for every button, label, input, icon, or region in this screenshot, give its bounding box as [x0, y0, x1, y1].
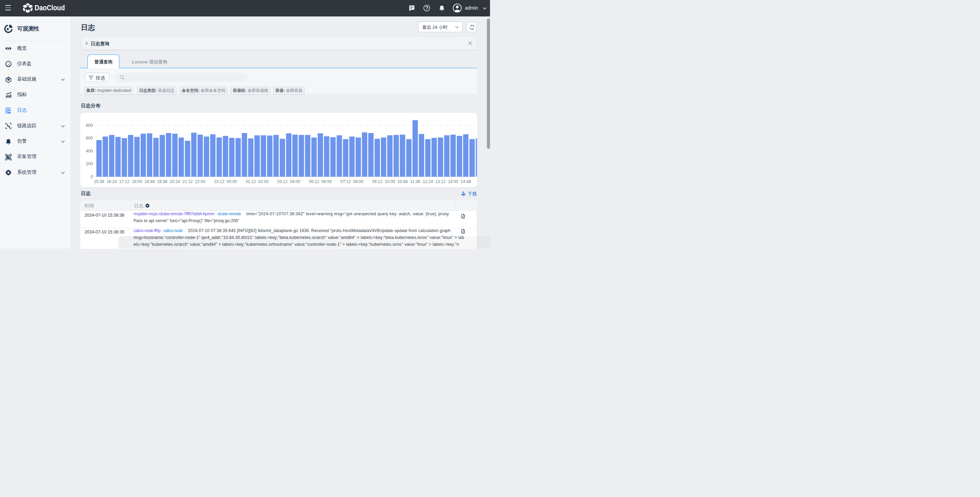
svg-text:06:00: 06:00	[321, 179, 332, 184]
svg-text:18:48: 18:48	[144, 179, 154, 184]
svg-text:14:48: 14:48	[460, 179, 471, 184]
svg-text:14:00: 14:00	[448, 179, 458, 184]
svg-text:05:12: 05:12	[309, 179, 319, 184]
svg-text:16:24: 16:24	[107, 179, 117, 184]
svg-text:400: 400	[86, 148, 93, 153]
svg-text:23:12: 23:12	[214, 179, 224, 184]
svg-text:07:12: 07:12	[340, 179, 351, 184]
svg-text:00:00: 00:00	[227, 179, 237, 184]
svg-text:600: 600	[86, 136, 93, 141]
svg-text:02:00: 02:00	[258, 179, 269, 184]
svg-text:18:00: 18:00	[132, 179, 142, 184]
svg-text:19:36: 19:36	[157, 179, 167, 184]
svg-text:0: 0	[91, 174, 93, 179]
svg-text:12:24: 12:24	[423, 179, 433, 184]
svg-text:17:12: 17:12	[119, 179, 130, 184]
svg-text:01:12: 01:12	[245, 179, 256, 184]
svg-text:22:00: 22:00	[195, 179, 205, 184]
svg-text:11:36: 11:36	[410, 179, 420, 184]
svg-text:10:48: 10:48	[398, 179, 408, 184]
svg-text:08:00: 08:00	[353, 179, 363, 184]
svg-text:15:36: 15:36	[94, 179, 104, 184]
svg-text:09:12: 09:12	[372, 179, 382, 184]
svg-text:21:12: 21:12	[183, 179, 193, 184]
svg-text:20:24: 20:24	[170, 179, 180, 184]
svg-text:10:00: 10:00	[385, 179, 395, 184]
svg-text:03:12: 03:12	[277, 179, 288, 184]
svg-text:04:00: 04:00	[290, 179, 300, 184]
svg-text:200: 200	[86, 162, 93, 166]
svg-text:13:12: 13:12	[436, 179, 446, 184]
svg-text:800: 800	[86, 123, 93, 127]
